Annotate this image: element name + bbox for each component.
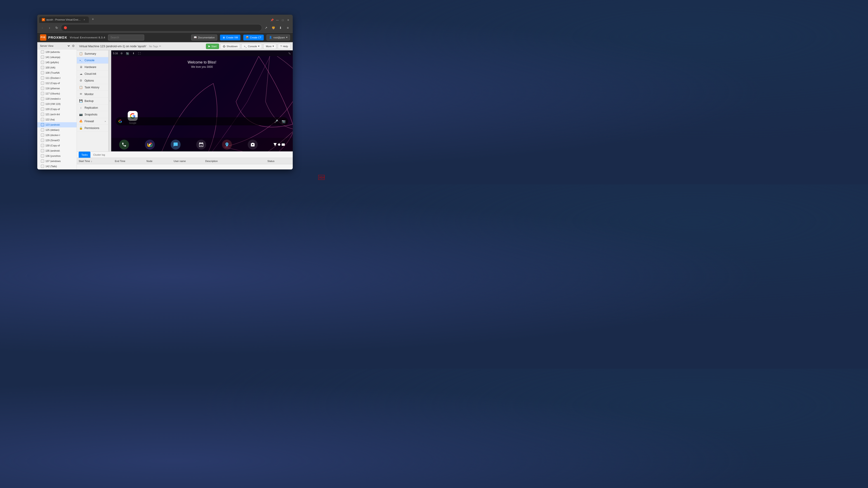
address-bar[interactable]: 🔴 [61, 24, 262, 31]
shutdown-button[interactable]: ⏻ Shutdown [220, 43, 240, 49]
share-button[interactable]: ↗ [263, 25, 269, 31]
refresh-button[interactable]: ↻ [54, 25, 60, 31]
sidebar-item-vm-139[interactable]: □ 139 (adventu [37, 50, 76, 55]
vm-icon: □ [41, 107, 44, 111]
window-minimize-button[interactable]: — [276, 18, 279, 22]
subnav-console[interactable]: >_ Console [77, 57, 108, 64]
browser-tab-active[interactable]: P ayush - Proxmox Virtual Enviro... × [39, 17, 89, 23]
subnav-options[interactable]: ⚙ Options [77, 77, 108, 84]
subnav-hardware[interactable]: 🖥 Hardware [77, 64, 108, 70]
android-search-bar[interactable]: 🎤 📷 [116, 117, 288, 125]
messages-app-icon[interactable] [170, 140, 181, 150]
server-view-select[interactable]: Server View [39, 44, 70, 47]
console-screenshot-button[interactable]: 📷 [125, 51, 129, 55]
sidebar-item-vm-119[interactable]: □ 119 (VM 119) [37, 101, 76, 107]
subnav-firewall[interactable]: 🔥 Firewall ▸ [77, 118, 108, 125]
vm-icon: □ [41, 128, 44, 131]
forward-button[interactable]: › [46, 25, 53, 31]
summary-icon: 📋 [79, 52, 83, 55]
subnav-summary[interactable]: 📋 Summary [77, 51, 108, 57]
chrome-app-icon[interactable] [145, 140, 155, 150]
main-view: 5:16 ⚙ 📷 ⬇ ⛶ ⤡ Welco [111, 51, 293, 151]
node-header[interactable]: Node [145, 160, 172, 162]
subnav-backup[interactable]: 💾 Backup [77, 98, 108, 104]
sidebar-item-vm-143[interactable]: □ 143 (FreeBSl [37, 169, 76, 169]
sidebar-item-vm-108[interactable]: □ 108 (TrueNA [37, 70, 76, 75]
sidebar-item-vm-123[interactable]: □ 123 (android- [37, 122, 76, 127]
sidebar-item-vm-135[interactable]: □ 135 (android- [37, 148, 76, 153]
sidebar-item-vm-122[interactable]: □ 122 (ha) [37, 117, 76, 122]
calendar-app-icon[interactable]: 31 [196, 140, 206, 150]
cluster-log-tab[interactable]: Cluster log [90, 152, 108, 158]
tasks-tab[interactable]: Tasks [79, 152, 90, 158]
sidebar-item-vm-117[interactable]: □ 117 (Ubuntu) [37, 91, 76, 96]
lens-search-icon[interactable]: 📷 [282, 120, 285, 123]
vm-actions: ▶ Start ⏻ Shutdown >_ Console ▾ [206, 43, 290, 49]
sidebar-item-vm-112[interactable]: □ 112 (Copy-of [37, 80, 76, 86]
window-close-button[interactable]: ✕ [286, 18, 290, 22]
window-pin-button[interactable]: 📌 [270, 18, 274, 22]
help-button[interactable]: ? Help [278, 43, 290, 49]
console-button[interactable]: >_ Console ▾ [241, 43, 262, 49]
camera-app-icon[interactable] [248, 140, 258, 150]
more-button[interactable]: More ▾ [264, 43, 276, 49]
sidebar-item-vm-126[interactable]: □ 126 (docker-l [37, 133, 76, 138]
create-vm-button[interactable]: 🖥 Create VM [220, 35, 241, 40]
status-header[interactable]: Status [266, 160, 293, 162]
sidebar-item-vm-116[interactable]: □ 116 (pfsense [37, 86, 76, 91]
maps-app-icon[interactable] [222, 140, 232, 150]
subnav-permissions[interactable]: 🔒 Permissions [77, 125, 108, 131]
sidebar-item-vm-118[interactable]: □ 118 (nested-v [37, 96, 76, 101]
user-name-header[interactable]: User name [172, 160, 204, 162]
console-settings-button[interactable]: ⚙ [120, 51, 124, 55]
sidebar-item-vm-145[interactable]: □ 145 (jellyfin) [37, 60, 76, 65]
sidebar-item-vm-136[interactable]: □ 136 (yunohos [37, 153, 76, 159]
console-display[interactable]: 5:16 ⚙ 📷 ⬇ ⛶ ⤡ Welco [111, 51, 293, 151]
sidebar-item-vm-121[interactable]: □ 121 (arch-linl [37, 112, 76, 117]
tab-close-button[interactable]: × [83, 18, 86, 22]
end-time-header[interactable]: End Time [113, 160, 145, 162]
sidebar-settings-icon[interactable]: ⚙ [72, 44, 75, 48]
subnav-snapshots[interactable]: 📷 Snapshots [77, 111, 108, 118]
edit-tags-icon[interactable]: ✏ [159, 45, 161, 48]
brave-shield-button[interactable]: 🦁 [270, 25, 276, 31]
subnav-cloud-init[interactable]: ☁ Cloud-Init [77, 70, 108, 77]
sidebar-item-vm-120[interactable]: □ 120 (Copy-of [37, 107, 76, 112]
shutdown-icon: ⏻ [223, 45, 225, 48]
new-tab-button[interactable]: + [90, 16, 96, 22]
start-time-header[interactable]: Start Time ↓ [77, 160, 113, 162]
user-dropdown-icon: ▾ [286, 36, 287, 39]
vm-title-bar: Virtual Machine 123 (android-vm-1) on no… [77, 42, 293, 51]
console-dropdown-icon: ▾ [258, 45, 259, 48]
vm-icon: □ [41, 154, 44, 158]
console-expand-button[interactable]: ⤡ [288, 52, 291, 55]
sidebar-item-vm-137[interactable]: □ 137 (windows [37, 159, 76, 164]
browser-menu-button[interactable]: ≡ [285, 25, 291, 31]
proxmox-search-input[interactable] [108, 35, 144, 40]
download-button[interactable]: ⬇ [277, 25, 284, 31]
user-badge[interactable]: 👤 root@pam ▾ [267, 35, 290, 40]
subnav-task-history[interactable]: 📋 Task History [77, 84, 108, 91]
voice-search-icon[interactable]: 🎤 [274, 120, 278, 123]
browser-window: P ayush - Proxmox Virtual Enviro... × + … [37, 15, 293, 169]
console-fullscreen-button[interactable]: ⛶ [137, 51, 141, 55]
sidebar-item-vm-100[interactable]: □ 100 (HA) [37, 65, 76, 70]
phone-app-icon[interactable] [119, 140, 129, 150]
console-download-button[interactable]: ⬇ [131, 51, 135, 55]
start-button[interactable]: ▶ Start [206, 43, 219, 49]
sidebar-item-vm-125[interactable]: □ 125 (debian) [37, 127, 76, 133]
description-header[interactable]: Description [204, 160, 266, 162]
sidebar-item-vm-111[interactable]: □ 111 (Docker-l [37, 75, 76, 80]
create-ct-button[interactable]: 📦 Create CT [243, 35, 264, 40]
documentation-button[interactable]: 📖 Documentation [191, 35, 217, 40]
sidebar-item-vm-142[interactable]: □ 142 (Tails) [37, 164, 76, 169]
subnav-monitor[interactable]: 👁 Monitor [77, 91, 108, 98]
window-maximize-button[interactable]: □ [281, 18, 285, 22]
sidebar-item-vm-130[interactable]: □ 130 (Copy-of [37, 143, 76, 148]
subnav-replication[interactable]: ↕ Replication [77, 104, 108, 111]
sidebar-collapse-handle[interactable]: ‹ [108, 51, 111, 151]
back-button[interactable]: ‹ [39, 25, 45, 31]
vm-icon: □ [41, 139, 44, 142]
sidebar-item-vm-141[interactable]: □ 141 (vikuinja) [37, 55, 76, 60]
sidebar-item-vm-129[interactable]: □ 129 (SmartO [37, 138, 76, 143]
